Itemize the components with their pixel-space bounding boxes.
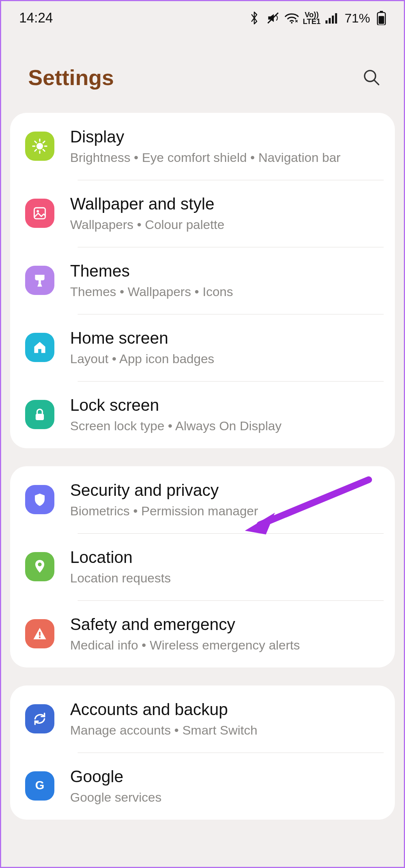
settings-item-location[interactable]: Location Location requests [10, 533, 395, 600]
settings-item-home-screen[interactable]: Home screen Layout • App icon badges [10, 314, 395, 381]
svg-line-18 [43, 141, 45, 143]
warning-icon [25, 619, 54, 648]
settings-item-wallpaper[interactable]: Wallpaper and style Wallpapers • Colour … [10, 180, 395, 247]
settings-group: Security and privacy Biometrics • Permis… [10, 466, 395, 667]
sync-icon [25, 704, 54, 733]
row-subtitle: Biometrics • Permission manager [70, 503, 258, 519]
lock-icon [25, 400, 54, 429]
row-title: Safety and emergency [70, 615, 300, 635]
svg-line-17 [43, 150, 45, 151]
wifi-icon [284, 10, 299, 25]
svg-rect-5 [335, 13, 337, 24]
settings-item-themes[interactable]: Themes Themes • Wallpapers • Icons [10, 247, 395, 314]
status-right-cluster: Vo)) LTE1 71% [247, 10, 389, 25]
settings-list[interactable]: Display Brightness • Eye comfort shield … [10, 113, 395, 838]
svg-rect-22 [39, 280, 41, 283]
settings-item-safety[interactable]: Safety and emergency Medical info • Wire… [10, 600, 395, 667]
svg-point-1 [291, 22, 292, 24]
row-subtitle: Manage accounts • Smart Switch [70, 722, 257, 738]
svg-rect-8 [379, 16, 384, 24]
svg-rect-3 [328, 18, 330, 24]
row-subtitle: Screen lock type • Always On Display [70, 418, 282, 434]
svg-line-10 [374, 80, 378, 84]
settings-item-security[interactable]: Security and privacy Biometrics • Permis… [10, 466, 395, 533]
row-subtitle: Location requests [70, 570, 171, 586]
shield-icon [25, 485, 54, 514]
row-title: Home screen [70, 328, 214, 348]
row-subtitle: Medical info • Wireless emergency alerts [70, 637, 300, 653]
row-title: Google [70, 767, 162, 787]
settings-item-display[interactable]: Display Brightness • Eye comfort shield … [10, 113, 395, 180]
svg-point-21 [37, 210, 39, 213]
settings-item-accounts[interactable]: Accounts and backup Manage accounts • Sm… [10, 685, 395, 753]
svg-rect-20 [34, 208, 45, 219]
brightness-icon [25, 132, 54, 161]
row-subtitle: Google services [70, 789, 162, 805]
battery-icon [374, 10, 389, 25]
svg-rect-2 [326, 20, 327, 24]
status-bar: 14:24 Vo)) LTE1 71% [1, 1, 404, 35]
battery-percent: 71% [345, 11, 370, 25]
settings-item-google[interactable]: G Google Google services [10, 753, 395, 820]
page-header: Settings [1, 65, 404, 90]
svg-point-11 [36, 143, 43, 150]
row-title: Security and privacy [70, 480, 258, 500]
search-button[interactable] [360, 66, 383, 89]
mute-icon [266, 10, 280, 25]
picture-icon [25, 199, 54, 228]
network-type-label: Vo)) LTE1 [303, 11, 321, 25]
row-title: Location [70, 548, 171, 567]
svg-line-19 [35, 150, 36, 151]
search-icon [362, 68, 381, 87]
home-icon [25, 333, 54, 362]
row-subtitle: Layout • App icon badges [70, 350, 214, 367]
settings-group: Display Brightness • Eye comfort shield … [10, 113, 395, 448]
pin-icon [25, 552, 54, 581]
row-title: Wallpaper and style [70, 194, 224, 214]
svg-rect-23 [36, 414, 44, 420]
svg-rect-26 [39, 637, 40, 638]
brush-icon [25, 266, 54, 295]
svg-point-24 [38, 563, 42, 566]
status-time: 14:24 [19, 10, 53, 26]
row-subtitle: Brightness • Eye comfort shield • Naviga… [70, 149, 340, 166]
row-title: Display [70, 127, 340, 147]
google-icon: G [25, 771, 54, 801]
settings-item-lock-screen[interactable]: Lock screen Screen lock type • Always On… [10, 381, 395, 448]
svg-rect-4 [332, 16, 334, 24]
bluetooth-icon [247, 10, 262, 25]
row-title: Lock screen [70, 395, 282, 415]
row-subtitle: Wallpapers • Colour palette [70, 216, 224, 233]
signal-icon [324, 10, 339, 25]
row-title: Accounts and backup [70, 700, 257, 720]
svg-line-16 [35, 141, 36, 143]
row-title: Themes [70, 261, 233, 281]
page-title: Settings [28, 65, 114, 90]
row-subtitle: Themes • Wallpapers • Icons [70, 283, 233, 300]
settings-group: Accounts and backup Manage accounts • Sm… [10, 685, 395, 820]
svg-text:G: G [35, 779, 45, 792]
svg-rect-25 [39, 632, 40, 636]
